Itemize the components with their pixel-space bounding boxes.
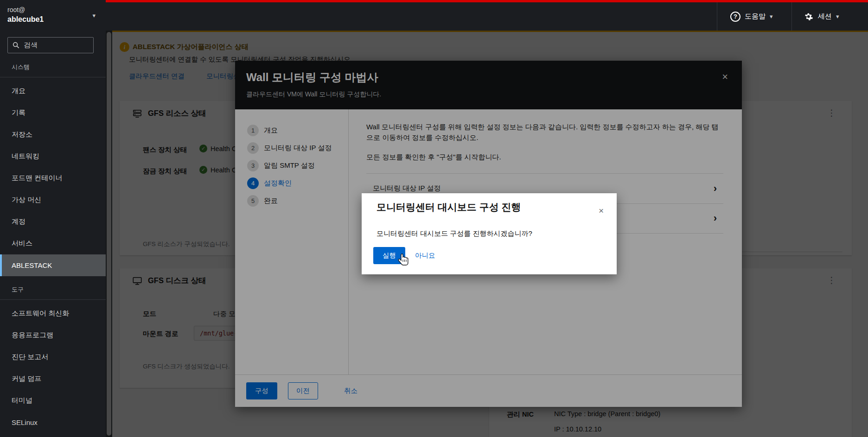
sidebar-section-system: 시스템	[0, 59, 106, 74]
search-input[interactable]: 검색	[7, 37, 94, 53]
question-icon: ?	[730, 12, 740, 22]
search-placeholder: 검색	[24, 41, 38, 50]
sidebar-divider	[0, 299, 106, 300]
session-label: 세션	[818, 12, 832, 21]
sidebar-item-kernel-dump[interactable]: 커널 덤프	[0, 368, 106, 390]
sidebar-nav: 검색 시스템 개요 기록 저장소 네트워킹 포드맨 컨테이너 가상 머신 계정 …	[0, 31, 106, 437]
screen: root@ ablecube1 ▾ ? 도움말 ▾ 세션 ▾ 검색 시스템	[0, 0, 868, 437]
masthead-divider	[791, 2, 792, 31]
sidebar-item-ablestack[interactable]: ABLESTACK	[0, 254, 106, 276]
dialog-title: 모니터링센터 대시보드 구성 진행	[377, 201, 521, 214]
dialog-message: 모니터링센터 대시보드 구성를 진행하시겠습니까?	[377, 229, 532, 238]
help-label: 도움말	[745, 12, 766, 21]
chevron-down-icon: ▾	[92, 12, 96, 19]
question-glyph: ?	[734, 13, 737, 20]
sidebar-items: 시스템 개요 기록 저장소 네트워킹 포드맨 컨테이너 가상 머신 계정 서비스…	[0, 59, 106, 433]
sidebar-gap	[0, 276, 106, 282]
dashboard-confirm-dialog: 모니터링센터 대시보드 구성 진행 × 모니터링센터 대시보드 구성를 진행하시…	[362, 193, 617, 274]
chevron-down-icon: ▾	[836, 13, 839, 20]
sidebar-item-accounts[interactable]: 계정	[0, 211, 106, 233]
sidebar-divider	[0, 77, 106, 77]
sidebar-item-storage[interactable]: 저장소	[0, 124, 106, 146]
sidebar-item-overview[interactable]: 개요	[0, 80, 106, 102]
session-menu-button[interactable]: 세션 ▾	[804, 2, 839, 31]
sidebar-item-podman[interactable]: 포드맨 컨테이너	[0, 167, 106, 189]
close-icon[interactable]: ×	[599, 206, 604, 215]
masthead: root@ ablecube1 ▾ ? 도움말 ▾ 세션 ▾	[0, 0, 868, 31]
run-button[interactable]: 실행	[373, 247, 405, 264]
sidebar-item-terminal[interactable]: 터미널	[0, 390, 106, 412]
no-button[interactable]: 아니요	[415, 247, 435, 264]
sidebar-item-diagnostic-reports[interactable]: 진단 보고서	[0, 346, 106, 368]
sidebar-section-tools: 도구	[0, 282, 106, 297]
sidebar-item-services[interactable]: 서비스	[0, 233, 106, 254]
dialog-actions: 실행 아니요	[373, 247, 435, 264]
search-icon	[13, 42, 19, 49]
username: root@	[7, 5, 98, 14]
sidebar-item-software-updates[interactable]: 소프트웨어 최신화	[0, 303, 106, 324]
sidebar-item-selinux[interactable]: SELinux	[0, 412, 106, 433]
hostname: ablecube1	[7, 14, 98, 25]
sidebar-item-applications[interactable]: 응용프로그램	[0, 324, 106, 346]
gear-icon	[804, 12, 814, 21]
chevron-down-icon: ▾	[770, 13, 773, 20]
sidebar-item-logs[interactable]: 기록	[0, 102, 106, 124]
help-menu-button[interactable]: ? 도움말 ▾	[730, 2, 773, 31]
sidebar-item-networking[interactable]: 네트워킹	[0, 146, 106, 167]
host-switcher[interactable]: root@ ablecube1 ▾	[0, 0, 106, 31]
masthead-divider	[717, 2, 717, 31]
sidebar-item-virtual-machines[interactable]: 가상 머신	[0, 189, 106, 211]
